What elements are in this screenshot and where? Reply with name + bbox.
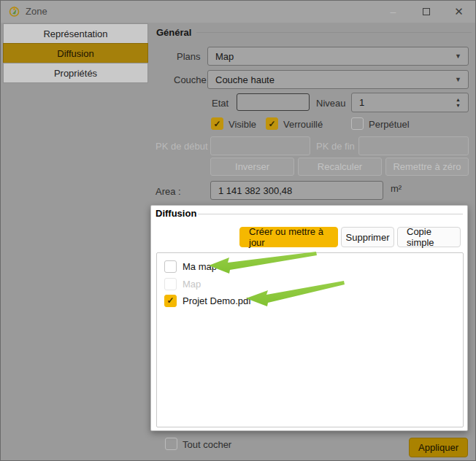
diffusion-panel: Diffusion Créer ou mettre à jour Supprim… <box>150 205 468 431</box>
plans-combobox[interactable]: Map ▼ <box>207 47 469 66</box>
list-item-ma-map[interactable]: Ma map <box>164 259 217 274</box>
niveau-label: Niveau <box>316 98 345 109</box>
maximize-icon <box>423 8 430 15</box>
recalculer-button[interactable]: Recalculer <box>298 158 382 176</box>
tab-representation[interactable]: Représentation <box>3 23 148 44</box>
couche-combobox[interactable]: Couche haute ▼ <box>207 70 469 89</box>
remettre-a-zero-button[interactable]: Remettre à zéro <box>385 158 469 176</box>
tab-proprietes[interactable]: Propriétés <box>3 63 148 83</box>
etat-input[interactable] <box>237 93 310 111</box>
close-button[interactable]: ✕ <box>442 1 475 23</box>
check-icon: ✓ <box>266 118 277 129</box>
plans-label: Plans <box>177 51 201 62</box>
ma-map-label: Ma map <box>183 261 217 272</box>
title-bar: Zone – ✕ <box>1 1 475 23</box>
niveau-value: 1 <box>359 97 364 108</box>
chevron-down-icon: ▼ <box>455 53 461 60</box>
tout-cocher-label: Tout cocher <box>183 439 231 450</box>
couche-value: Couche haute <box>215 74 275 85</box>
pk-debut-input[interactable] <box>210 136 310 155</box>
area-value: 1 141 382 300,48 <box>218 185 292 196</box>
visible-label: Visible <box>229 119 256 130</box>
maximize-button[interactable] <box>410 1 442 23</box>
creer-ou-mettre-a-jour-button[interactable]: Créer ou mettre à jour <box>239 227 338 247</box>
area-label: Area : <box>156 186 181 197</box>
projet-demo-label: Projet Demo.pdf <box>183 295 251 306</box>
pk-fin-label: PK de fin <box>316 141 355 152</box>
general-section-title: Général <box>156 27 191 38</box>
tab-diffusion[interactable]: Diffusion <box>3 43 148 63</box>
supprimer-button[interactable]: Supprimer <box>341 227 394 247</box>
perpetuel-label: Perpétuel <box>369 119 410 130</box>
list-item-projet-demo[interactable]: ✓ Projet Demo.pdf <box>164 293 251 308</box>
list-item-map: Map <box>164 276 201 291</box>
etat-label: Etat <box>212 98 229 109</box>
visible-checkbox[interactable]: ✓ <box>211 117 223 130</box>
appliquer-button[interactable]: Appliquer <box>409 438 468 457</box>
projet-demo-checkbox[interactable]: ✓ <box>164 295 177 307</box>
app-icon <box>8 5 20 18</box>
inverser-button[interactable]: Inverser <box>210 158 294 176</box>
pk-debut-label: PK de début <box>156 141 208 152</box>
couche-label: Couche <box>174 74 207 85</box>
niveau-spinner[interactable]: 1 ▲ ▼ <box>351 93 469 112</box>
spinner-down-icon[interactable]: ▼ <box>456 103 461 108</box>
verrouille-label: Verrouillé <box>283 119 323 130</box>
perpetuel-checkbox[interactable] <box>351 117 364 130</box>
general-section-line <box>196 32 472 33</box>
plans-value: Map <box>215 51 234 62</box>
zone-dialog: Zone – ✕ Représentation Diffusion Propri… <box>0 0 476 461</box>
minimize-button[interactable]: – <box>377 1 410 23</box>
area-unit: m² <box>391 183 402 194</box>
map-checkbox <box>164 278 177 290</box>
diffusion-panel-line <box>198 214 463 214</box>
area-input[interactable]: 1 141 382 300,48 <box>210 181 383 200</box>
pk-fin-input[interactable] <box>358 136 469 155</box>
check-icon: ✓ <box>165 295 176 306</box>
diffusion-panel-title: Diffusion <box>156 208 196 219</box>
chevron-down-icon: ▼ <box>455 76 461 83</box>
spinner-up-icon[interactable]: ▲ <box>456 97 461 102</box>
ma-map-checkbox[interactable] <box>164 260 177 273</box>
map-label: Map <box>183 279 201 290</box>
window-title: Zone <box>26 6 47 17</box>
verrouille-checkbox[interactable]: ✓ <box>266 117 278 130</box>
diffusion-list[interactable]: Ma map Map ✓ Projet Demo.pdf <box>156 252 464 427</box>
check-icon: ✓ <box>212 118 223 129</box>
tout-cocher-checkbox[interactable] <box>165 438 177 450</box>
copie-simple-button[interactable]: Copie simple <box>397 227 461 247</box>
